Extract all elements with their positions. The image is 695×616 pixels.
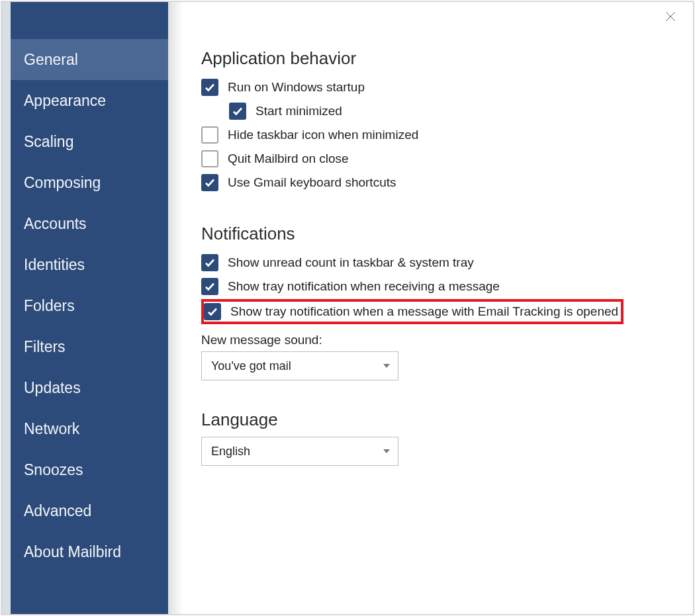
option-row: Quit Mailbird on close — [201, 147, 674, 171]
check-icon — [232, 105, 244, 117]
option-row: Show tray notification when a message wi… — [204, 303, 618, 320]
close-button[interactable] — [664, 10, 682, 28]
sound-select[interactable]: You've got mail — [201, 351, 398, 380]
settings-window: General Appearance Scaling Composing Acc… — [1, 1, 694, 615]
sidebar-item-about[interactable]: About Mailbird — [11, 531, 168, 572]
sidebar-item-identities[interactable]: Identities — [11, 244, 168, 285]
checkbox-hide-taskbar-icon[interactable] — [201, 126, 218, 144]
chevron-down-icon — [383, 449, 390, 453]
select-value: You've got mail — [211, 359, 291, 373]
sidebar-item-label: Network — [24, 420, 79, 438]
sidebar-item-label: Appearance — [24, 92, 106, 110]
sidebar-item-label: Composing — [24, 174, 101, 192]
option-label: Show tray notification when a message wi… — [230, 304, 618, 319]
option-label: Hide taskbar icon when minimized — [228, 128, 418, 142]
section-title: Application behavior — [201, 48, 674, 69]
checkbox-quit-on-close[interactable] — [201, 150, 218, 167]
checkbox-tray-on-tracking-open[interactable] — [204, 303, 221, 320]
option-row: Show unread count in taskbar & system tr… — [201, 251, 674, 275]
sidebar-item-updates[interactable]: Updates — [11, 367, 168, 408]
option-label: Start minimized — [255, 104, 342, 118]
check-icon — [204, 281, 216, 292]
sidebar-shadow — [168, 2, 183, 614]
sidebar-item-label: Identities — [24, 256, 85, 274]
sidebar-item-label: About Mailbird — [24, 543, 121, 561]
sidebar-item-label: Filters — [24, 338, 66, 356]
option-row: Start minimized — [201, 99, 674, 123]
language-select[interactable]: English — [201, 437, 398, 466]
section-title: Notifications — [201, 224, 674, 244]
option-row: Show tray notification when receiving a … — [201, 275, 674, 298]
option-row: Use Gmail keyboard shortcuts — [201, 171, 674, 195]
option-label: Use Gmail keyboard shortcuts — [228, 175, 396, 190]
option-label: Run on Windows startup — [228, 80, 365, 95]
checkbox-start-minimized[interactable] — [229, 103, 246, 120]
sidebar-item-advanced[interactable]: Advanced — [11, 490, 168, 531]
option-label: Show unread count in taskbar & system tr… — [228, 255, 474, 270]
checkbox-gmail-shortcuts[interactable] — [201, 174, 218, 191]
sidebar-item-scaling[interactable]: Scaling — [11, 121, 168, 162]
sidebar: General Appearance Scaling Composing Acc… — [11, 2, 168, 614]
section-notifications: Notifications Show unread count in taskb… — [201, 224, 674, 380]
checkbox-run-on-startup[interactable] — [201, 79, 218, 96]
sidebar-item-label: Snoozes — [24, 461, 83, 479]
highlighted-option: Show tray notification when a message wi… — [201, 299, 624, 324]
option-row: Run on Windows startup — [201, 75, 674, 99]
sidebar-item-label: Accounts — [24, 215, 87, 233]
option-label: Show tray notification when receiving a … — [228, 279, 500, 294]
sidebar-item-label: Updates — [24, 379, 81, 397]
check-icon — [204, 177, 216, 189]
option-label: Quit Mailbird on close — [228, 152, 349, 166]
sidebar-item-label: General — [24, 51, 78, 69]
sidebar-item-accounts[interactable]: Accounts — [11, 203, 168, 244]
option-row: Hide taskbar icon when minimized — [201, 123, 674, 147]
check-icon — [204, 257, 216, 269]
sidebar-item-snoozes[interactable]: Snoozes — [11, 449, 168, 490]
sidebar-item-composing[interactable]: Composing — [11, 162, 168, 203]
chevron-down-icon — [383, 364, 390, 368]
sidebar-item-network[interactable]: Network — [11, 408, 168, 449]
section-title: Language — [201, 410, 674, 430]
sidebar-item-label: Scaling — [24, 133, 73, 151]
sidebar-item-folders[interactable]: Folders — [11, 285, 168, 326]
check-icon — [204, 81, 216, 93]
check-icon — [207, 306, 218, 318]
checkbox-tray-on-receive[interactable] — [201, 278, 218, 295]
close-icon — [664, 10, 677, 23]
sidebar-item-label: Folders — [24, 297, 75, 315]
section-language: Language English — [201, 410, 674, 466]
checkbox-unread-count[interactable] — [201, 254, 218, 271]
select-value: English — [211, 445, 250, 459]
sidebar-item-label: Advanced — [24, 502, 91, 520]
sound-field-label: New message sound: — [201, 333, 674, 347]
sidebar-item-filters[interactable]: Filters — [11, 326, 168, 367]
sidebar-item-appearance[interactable]: Appearance — [11, 80, 168, 121]
content-pane: Application behavior Run on Windows star… — [183, 2, 693, 614]
section-application-behavior: Application behavior Run on Windows star… — [201, 48, 674, 195]
sidebar-item-general[interactable]: General — [11, 39, 168, 80]
outer-strip — [2, 2, 11, 614]
